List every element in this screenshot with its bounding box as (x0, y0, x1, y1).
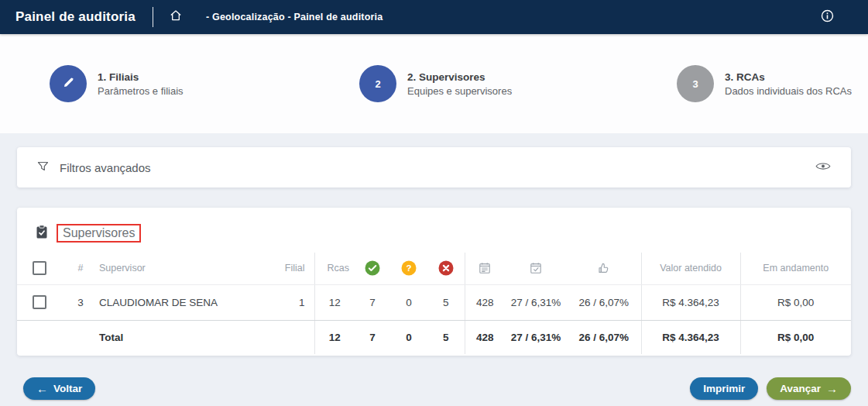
section-title-highlight: Supervisores (57, 224, 141, 243)
table-row: 3 CLAUDIOMAR DE SENA 1 12 7 0 5 428 27 /… (17, 284, 851, 320)
print-button-label: Imprimir (703, 383, 745, 394)
top-bar: Painel de auditoria - Geolocalização - P… (0, 0, 868, 34)
cell-rcas-ok: 7 (355, 284, 390, 320)
cell-rcas-error: 5 (427, 284, 465, 320)
total-rcas-pending: 0 (390, 320, 427, 354)
cell-completed: 26 / 6,07% (567, 284, 641, 320)
question-circle-icon: ? (401, 260, 417, 276)
step-1-subtitle: Parâmetros e filiais (98, 85, 184, 97)
col-rcas-ok (355, 253, 390, 284)
select-all-checkbox[interactable] (33, 261, 46, 275)
advanced-filters-label: Filtros avançados (60, 161, 151, 174)
advanced-filters-bar[interactable]: Filtros avançados (17, 147, 851, 188)
cell-rcas-pending: 0 (390, 284, 427, 320)
title-divider (153, 7, 153, 27)
row-checkbox[interactable] (33, 295, 46, 309)
cell-scheduled: 27 / 6,31% (505, 284, 567, 320)
filter-funnel-icon (37, 160, 49, 175)
cell-rcas: 12 (314, 284, 355, 320)
col-num: # (62, 253, 99, 284)
next-button[interactable]: Avançar → (767, 377, 851, 400)
clipboard-check-icon (36, 225, 48, 243)
col-visits (465, 253, 505, 284)
step-1-circle (50, 65, 87, 102)
info-icon (821, 9, 834, 26)
total-valor-atendido: R$ 4.364,23 (641, 320, 740, 354)
check-circle-icon (365, 260, 380, 276)
total-visits: 428 (465, 320, 505, 354)
page-title: Painel de auditoria (15, 9, 136, 25)
x-circle-icon (438, 260, 454, 276)
supervisores-table: # Supervisor Filial Rcas (17, 253, 851, 354)
col-supervisor: Supervisor (99, 253, 262, 284)
breadcrumb: - Geolocalização - Painel de auditoria (206, 12, 383, 22)
section-title: Supervisores (63, 226, 135, 239)
pencil-icon (62, 76, 75, 91)
calendar-check-icon (530, 262, 542, 274)
arrow-right-icon: → (826, 383, 838, 394)
total-completed: 26 / 6,07% (567, 320, 641, 354)
next-button-label: Avançar (780, 383, 821, 394)
stepper: 1. Filiais Parâmetros e filiais 2 2. Sup… (0, 34, 868, 133)
cell-filial: 1 (262, 284, 314, 320)
col-rcas-error (427, 253, 465, 284)
eye-icon (815, 160, 831, 174)
step-3-circle: 3 (677, 65, 714, 102)
step-2-title: 2. Supervisores (407, 71, 512, 83)
cell-num: 3 (62, 284, 99, 320)
step-3-subtitle: Dados individuais dos RCAs (725, 85, 852, 97)
total-rcas-ok: 7 (355, 320, 390, 354)
total-rcas-error: 5 (427, 320, 465, 354)
toggle-visibility-button[interactable] (815, 160, 831, 174)
col-em-andamento: Em andamento (740, 253, 851, 284)
col-completed (567, 253, 641, 284)
cell-em-andamento: R$ 0,00 (740, 284, 851, 320)
col-rcas-pending: ? (390, 253, 427, 284)
step-supervisores[interactable]: 2 2. Supervisores Equipes e supervisores (359, 65, 677, 102)
total-em-andamento: R$ 0,00 (740, 320, 851, 354)
step-2-subtitle: Equipes e supervisores (407, 85, 512, 97)
total-rcas: 12 (314, 320, 355, 354)
row-checkbox-cell (17, 284, 62, 320)
step-filiais[interactable]: 1. Filiais Parâmetros e filiais (50, 65, 359, 102)
back-button[interactable]: ← Voltar (23, 377, 95, 400)
step-3-title: 3. RCAs (725, 71, 852, 83)
supervisores-card: Supervisores # Supervisor Filial Rcas (17, 208, 851, 356)
print-button[interactable]: Imprimir (690, 377, 758, 400)
back-button-label: Voltar (53, 383, 82, 394)
home-button[interactable] (169, 9, 183, 26)
arrow-left-icon: ← (36, 383, 48, 394)
step-2-circle: 2 (359, 65, 396, 102)
col-rcas: Rcas (314, 253, 355, 284)
total-row: Total 12 7 0 5 428 27 / 6,31% 26 / 6,07%… (17, 320, 851, 354)
home-icon (169, 9, 183, 26)
header-checkbox-cell (17, 253, 62, 284)
info-button[interactable] (821, 9, 834, 26)
step-rcas[interactable]: 3 3. RCAs Dados individuais dos RCAs (677, 65, 868, 102)
table-header-row: # Supervisor Filial Rcas (17, 253, 851, 284)
step-1-title: 1. Filiais (98, 71, 184, 83)
cell-supervisor: CLAUDIOMAR DE SENA (99, 284, 262, 320)
supervisores-card-header: Supervisores (17, 208, 851, 253)
col-filial: Filial (262, 253, 314, 284)
cell-visits: 428 (465, 284, 505, 320)
total-scheduled: 27 / 6,31% (505, 320, 567, 354)
svg-text:?: ? (406, 263, 411, 273)
footer-actions: ← Voltar Imprimir Avançar → (17, 377, 851, 400)
total-label: Total (99, 320, 262, 354)
col-valor-atendido: Valor atendido (641, 253, 740, 284)
calendar-notes-icon (479, 262, 491, 274)
thumbs-up-icon (597, 262, 610, 274)
cell-valor-atendido: R$ 4.364,23 (641, 284, 740, 320)
col-scheduled (505, 253, 567, 284)
